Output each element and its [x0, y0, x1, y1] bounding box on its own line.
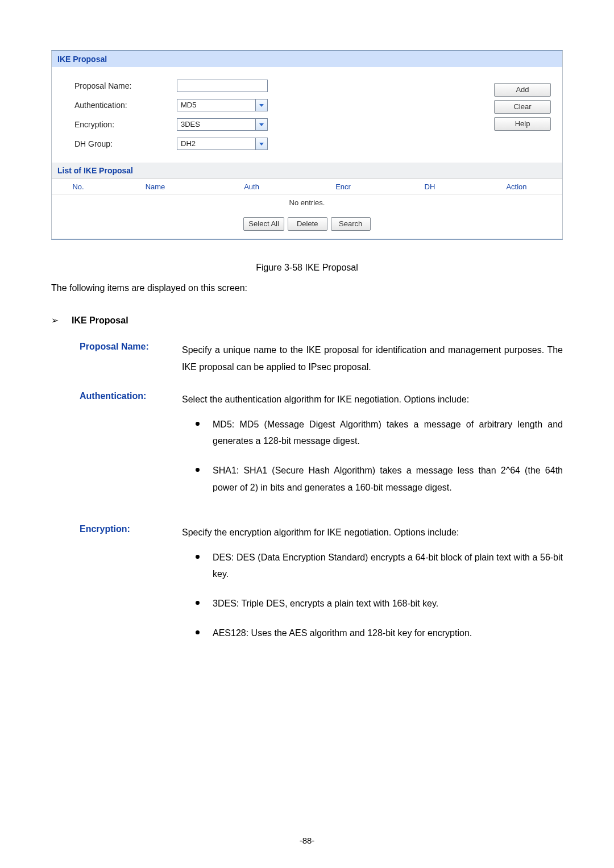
encryption-value: 3DES [177, 118, 255, 131]
select-all-button[interactable]: Select All [243, 217, 284, 231]
def-term-authentication: Authentication: [80, 391, 182, 508]
def-term-encryption: Encryption: [80, 524, 182, 654]
figure-caption: Figure 3-58 IKE Proposal [51, 263, 563, 273]
proposal-name-label: Proposal Name: [74, 81, 177, 90]
encryption-label: Encryption: [74, 120, 177, 129]
col-encr: Encr [297, 179, 389, 194]
col-name: Name [105, 179, 206, 194]
chevron-down-icon[interactable] [255, 99, 268, 111]
def-proposal-name: Proposal Name: Specify a unique name to … [80, 342, 563, 375]
list-item: AES128: Uses the AES algorithm and 128-b… [196, 625, 563, 642]
section-heading-row: ➢ IKE Proposal [51, 315, 563, 326]
chevron-down-icon[interactable] [255, 118, 268, 131]
proposal-table-header: No. Name Auth Encr DH Action [52, 178, 562, 194]
section-heading: IKE Proposal [72, 315, 128, 326]
def-body-encryption: Specify the encryption algorithm for IKE… [182, 524, 563, 541]
def-encryption: Encryption: Specify the encryption algor… [80, 524, 563, 654]
clear-button[interactable]: Clear [494, 100, 551, 114]
search-button[interactable]: Search [331, 217, 371, 231]
authentication-select[interactable]: MD5 [177, 99, 268, 111]
ike-proposal-panel: IKE Proposal Proposal Name: Authenticati… [51, 50, 563, 240]
def-authentication: Authentication: Select the authenticatio… [80, 391, 563, 508]
delete-button[interactable]: Delete [288, 217, 327, 231]
list-item: 3DES: Triple DES, encrypts a plain text … [196, 595, 563, 612]
col-action: Action [471, 179, 562, 194]
dh-group-value: DH2 [177, 138, 255, 150]
chevron-down-icon[interactable] [255, 138, 268, 150]
intro-line: The following items are displayed on thi… [51, 283, 563, 293]
proposal-name-input[interactable] [177, 80, 268, 92]
arrow-bullet-icon: ➢ [51, 315, 64, 326]
list-item: DES: DES (Data Encryption Standard) encr… [196, 549, 563, 583]
def-term-proposal-name: Proposal Name: [80, 342, 182, 375]
page-number: -88- [0, 836, 614, 845]
authentication-value: MD5 [177, 99, 255, 111]
col-auth: Auth [206, 179, 297, 194]
def-body-proposal-name: Specify a unique name to the IKE proposa… [182, 342, 563, 375]
help-button[interactable]: Help [494, 117, 551, 131]
list-title: List of IKE Proposal [52, 163, 562, 178]
col-no: No. [52, 179, 105, 194]
add-button[interactable]: Add [494, 83, 551, 97]
dh-group-select[interactable]: DH2 [177, 138, 268, 150]
dh-group-label: DH Group: [74, 139, 177, 148]
list-item: SHA1: SHA1 (Secure Hash Algorithm) takes… [196, 462, 563, 496]
def-body-authentication: Select the authentication algorithm for … [182, 391, 563, 408]
panel-title: IKE Proposal [52, 51, 562, 67]
encryption-select[interactable]: 3DES [177, 118, 268, 131]
proposal-form: Proposal Name: Authentication: MD5 Encry… [52, 67, 562, 163]
no-entries-label: No entries. [52, 194, 562, 210]
table-buttons: Select All Delete Search [52, 210, 562, 239]
list-item: MD5: MD5 (Message Digest Algorithm) take… [196, 416, 563, 450]
col-dh: DH [389, 179, 471, 194]
authentication-label: Authentication: [74, 101, 177, 110]
